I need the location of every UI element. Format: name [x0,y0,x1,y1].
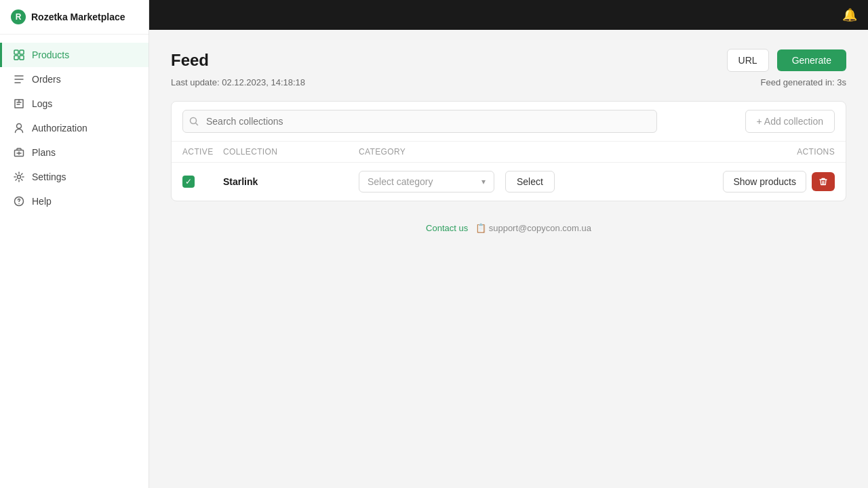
svg-rect-3 [20,56,24,60]
search-icon [189,117,199,126]
select-button[interactable]: Select [505,171,555,192]
sidebar-item-plans[interactable]: Plans [0,140,149,165]
sidebar-item-help-label: Help [32,196,52,207]
contact-link[interactable]: Contact us [426,223,468,233]
col-active: Active [182,147,223,157]
category-dropdown[interactable]: Select category ▾ [359,171,494,192]
sidebar-header: R Rozetka Marketplace [0,0,149,35]
last-update: Last update: 02.12.2023, 14:18:18 [171,77,305,87]
chevron-down-icon: ▾ [481,177,486,186]
topbar: 🔔 [149,0,868,30]
app-logo: R [11,9,26,24]
col-actions: Actions [699,147,835,157]
feed-meta: Last update: 02.12.2023, 14:18:18 Feed g… [171,77,846,87]
sidebar-item-orders-label: Orders [32,74,61,85]
url-button[interactable]: URL [727,49,769,72]
sidebar-item-authorization-label: Authorization [32,123,87,134]
active-checkbox[interactable]: ✓ [182,176,195,188]
delete-button[interactable] [812,172,835,191]
actions-cell: Show products [699,171,835,192]
table-header: Active Collection Category Actions [172,142,846,163]
settings-icon [13,171,25,183]
notification-icon[interactable]: 🔔 [842,7,857,22]
collection-name: Starlink [223,176,258,187]
search-input[interactable] [182,110,657,133]
app-name: Rozetka Marketplace [31,12,125,22]
table-row: ✓ Starlink Select category ▾ Select [172,163,846,201]
collection-name-cell: Starlink [223,176,359,187]
svg-rect-2 [14,56,18,60]
add-collection-button[interactable]: + Add collection [745,110,835,133]
sidebar-item-products[interactable]: Products [0,43,149,67]
active-cell: ✓ [182,176,223,188]
sidebar-nav: Products Orders Logs [0,35,149,488]
feed-generated: Feed generated in: 3s [761,77,846,87]
sidebar-item-products-label: Products [32,49,69,60]
content-area: Feed URL Generate Last update: 02.12.202… [149,30,868,252]
svg-rect-1 [20,50,24,54]
contact-email: support@copycon.com.ua [489,223,591,233]
sidebar-item-settings-label: Settings [32,171,66,182]
sidebar-item-logs[interactable]: Logs [0,92,149,116]
collections-panel: + Add collection Active Collection Categ… [171,101,846,201]
email-icon: 📋 [475,223,486,233]
sidebar-item-authorization[interactable]: Authorization [0,116,149,140]
authorization-icon [13,122,25,134]
trash-icon [818,177,828,186]
svg-rect-0 [14,50,18,54]
checkmark-icon: ✓ [185,177,192,186]
feed-title: Feed [171,51,209,70]
logs-icon [13,98,25,110]
sidebar-item-settings[interactable]: Settings [0,165,149,189]
col-category: Category [359,147,699,157]
plans-icon [13,146,25,159]
category-placeholder: Select category [368,176,433,187]
products-icon [13,49,25,61]
svg-point-5 [18,176,21,179]
svg-point-7 [18,203,20,205]
category-cell: Select category ▾ Select [359,171,699,192]
sidebar: R Rozetka Marketplace Products Orders [0,0,149,488]
sidebar-item-orders[interactable]: Orders [0,67,149,92]
footer: Contact us 📋 support@copycon.com.ua [171,223,846,233]
feed-header: Feed URL Generate [171,49,846,72]
main-content: 🔔 Feed URL Generate Last update: 02.12.2… [149,0,868,488]
help-icon [13,195,25,207]
sidebar-item-help[interactable]: Help [0,189,149,214]
generate-button[interactable]: Generate [777,49,846,71]
sidebar-item-plans-label: Plans [32,147,56,158]
show-products-button[interactable]: Show products [723,171,806,192]
feed-header-actions: URL Generate [727,49,846,72]
search-wrapper [182,110,657,133]
orders-icon [13,73,25,85]
collections-toolbar: + Add collection [172,102,846,142]
sidebar-item-logs-label: Logs [32,98,52,109]
col-collection: Collection [223,147,359,157]
